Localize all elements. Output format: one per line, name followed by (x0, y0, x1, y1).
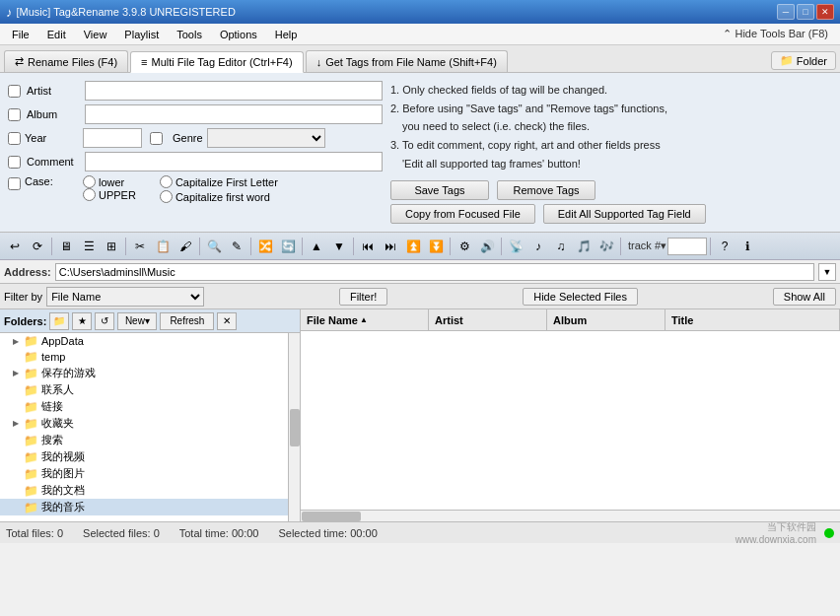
edit-all-supported-button[interactable]: Edit All Supported Tag Field (543, 204, 706, 224)
tab-rename[interactable]: ⇄ Rename Files (F4) (4, 50, 128, 72)
tree-item-favorites[interactable]: ▶ 📁 收藏夹 (0, 415, 300, 432)
lower-label: lower (99, 176, 124, 188)
tool-repeat[interactable]: 🔄 (277, 236, 299, 257)
tool-music3[interactable]: 🎵 (573, 236, 595, 257)
case-checkbox[interactable] (8, 177, 21, 190)
minimize-button[interactable]: ─ (777, 4, 795, 20)
col-album[interactable]: Album (547, 309, 665, 330)
tool-edit[interactable]: ✎ (226, 236, 247, 257)
tool-refresh[interactable]: ⟳ (27, 236, 48, 257)
tool-grid[interactable]: ⊞ (101, 236, 122, 257)
tool-prev2[interactable]: ⏫ (402, 236, 424, 257)
folder-icon-links: 📁 (24, 400, 38, 414)
menu-file[interactable]: File (4, 27, 37, 42)
folder-new-button[interactable]: New▾ (117, 312, 157, 330)
tool-next[interactable]: ⏭ (380, 236, 401, 257)
maximize-button[interactable]: □ (797, 4, 814, 20)
tree-item-saved-games[interactable]: ▶ 📁 保存的游戏 (0, 365, 300, 381)
tree-item-music[interactable]: 📁 我的音乐 (0, 499, 300, 515)
folder-close-button[interactable]: ✕ (217, 312, 237, 330)
address-input[interactable] (55, 263, 814, 281)
artist-input[interactable] (85, 81, 383, 101)
menu-tools[interactable]: Tools (169, 27, 210, 42)
folder-icon: 📁 (780, 54, 794, 67)
tree-item-contacts[interactable]: 📁 联系人 (0, 381, 300, 398)
tool-paste[interactable]: 🖌 (175, 236, 196, 257)
case-row: Case: lower UPPER Capitalize First Lette… (8, 175, 383, 203)
tool-copy[interactable]: 📋 (152, 236, 174, 257)
comment-checkbox[interactable] (8, 156, 21, 169)
tree-item-links[interactable]: 📁 链接 (0, 398, 300, 415)
capitalize-first-letter-radio[interactable] (160, 175, 173, 188)
folder-star-button[interactable]: ★ (72, 312, 92, 330)
menu-playlist[interactable]: Playlist (116, 27, 167, 42)
hide-tools-button[interactable]: ⌃ Hide Tools Bar (F8) (715, 26, 836, 42)
hide-selected-button[interactable]: Hide Selected Files (523, 288, 638, 306)
album-input[interactable] (85, 104, 383, 124)
year-checkbox[interactable] (8, 132, 21, 145)
lower-row: lower (83, 175, 136, 188)
tree-text-videos: 我的视频 (41, 449, 85, 464)
track-label: track #▾ (628, 240, 666, 252)
folder-button[interactable]: 📁 Folder (771, 51, 836, 70)
comment-input[interactable] (85, 152, 383, 171)
tool-help[interactable]: ? (714, 236, 735, 257)
capitalize-first-word-radio[interactable] (160, 190, 173, 203)
tab-gettags[interactable]: ↓ Get Tags from File Name (Shift+F4) (306, 50, 508, 72)
folder-scrollbar[interactable] (288, 333, 300, 521)
tree-item-pictures[interactable]: 📁 我的图片 (0, 465, 300, 482)
tree-item-documents[interactable]: 📁 我的文档 (0, 482, 300, 499)
year-input[interactable] (83, 128, 142, 148)
genre-checkbox[interactable] (150, 132, 163, 145)
tool-shuffle[interactable]: 🔀 (254, 236, 276, 257)
album-checkbox[interactable] (8, 108, 21, 121)
track-input[interactable] (667, 238, 707, 255)
tool-music1[interactable]: ♪ (527, 236, 549, 257)
tab-multitag[interactable]: ≡ Multi File Tag Editor (Ctrl+F4) (130, 51, 304, 73)
remove-tags-button[interactable]: Remove Tags (497, 180, 595, 200)
folder-refresh-button[interactable]: Refresh (160, 312, 214, 330)
tool-down[interactable]: ▼ (328, 236, 350, 257)
tool-search[interactable]: 🔍 (203, 236, 225, 257)
folder-refresh-icon-button[interactable]: ↺ (95, 312, 114, 330)
copy-from-focused-button[interactable]: Copy from Focused File (390, 204, 535, 224)
filter-select[interactable]: File Name Artist Album Title (46, 287, 204, 307)
lower-radio[interactable] (83, 175, 96, 188)
col-album-label: Album (553, 314, 587, 326)
tree-text-temp: temp (41, 351, 65, 363)
tree-item-videos[interactable]: 📁 我的视频 (0, 448, 300, 465)
tool-settings[interactable]: ⚙ (454, 236, 475, 257)
close-button[interactable]: ✕ (816, 4, 834, 20)
menu-help[interactable]: Help (267, 27, 306, 42)
tool-back[interactable]: ↩ (4, 236, 26, 257)
artist-checkbox[interactable] (8, 85, 21, 98)
upper-radio[interactable] (83, 188, 96, 201)
tree-item-searches[interactable]: 📁 搜索 (0, 432, 300, 448)
tool-next2[interactable]: ⏬ (425, 236, 447, 257)
tool-prev[interactable]: ⏮ (357, 236, 379, 257)
address-dropdown[interactable]: ▼ (818, 263, 836, 281)
menu-options[interactable]: Options (212, 27, 265, 42)
folder-home-button[interactable]: 📁 (49, 312, 69, 330)
save-tags-button[interactable]: Save Tags (390, 180, 489, 200)
filter-button[interactable]: Filter! (339, 288, 388, 306)
tool-music2[interactable]: ♫ (550, 236, 572, 257)
tool-list[interactable]: ☰ (78, 236, 100, 257)
tool-desktop[interactable]: 🖥 (55, 236, 77, 257)
show-all-button[interactable]: Show All (773, 288, 836, 306)
tool-cut[interactable]: ✂ (129, 236, 151, 257)
tool-rss[interactable]: 📡 (505, 236, 526, 257)
tree-item-temp[interactable]: 📁 temp (0, 349, 300, 365)
tool-info[interactable]: ℹ (736, 236, 758, 257)
tree-item-appdata[interactable]: ▶ 📁 AppData (0, 333, 300, 349)
col-filename[interactable]: File Name ▲ (301, 309, 429, 330)
tool-up[interactable]: ▲ (306, 236, 327, 257)
tool-volume[interactable]: 🔊 (476, 236, 498, 257)
menu-edit[interactable]: Edit (39, 27, 74, 42)
col-artist[interactable]: Artist (429, 309, 547, 330)
menu-view[interactable]: View (76, 27, 115, 42)
genre-select[interactable] (207, 128, 325, 148)
tool-music4[interactable]: 🎶 (595, 236, 617, 257)
watermark: 当下软件园www.downxia.com (735, 520, 816, 546)
col-title[interactable]: Title (665, 309, 840, 330)
